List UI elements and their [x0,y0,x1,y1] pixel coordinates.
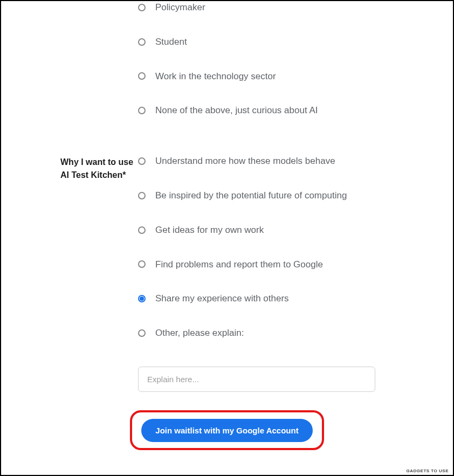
radio-option-policymaker[interactable]: Policymaker [138,1,431,14]
radio-label: Other, please explain: [155,327,244,340]
radio-label: Be inspired by the potential future of c… [155,189,347,202]
radio-icon [138,157,146,165]
radio-label: Find problems and report them to Google [155,258,323,271]
radio-option-understand-models[interactable]: Understand more how these models behave [138,155,431,168]
section-why-title: Why I want to use AI Test Kitchen* [60,156,136,182]
radio-icon [138,295,146,302]
radio-label: Student [155,36,187,49]
section-why-options: Understand more how these models behave … [136,155,431,392]
radio-label: Get ideas for my own work [155,224,264,237]
radio-option-tech-sector[interactable]: Work in the technology sector [138,70,431,83]
radio-icon [138,72,146,80]
radio-icon [138,329,146,337]
radio-icon [138,4,146,11]
join-waitlist-button[interactable]: Join waitlist with my Google Account [141,419,312,442]
radio-option-find-problems[interactable]: Find problems and report them to Google [138,258,431,271]
form-section-why: Why I want to use AI Test Kitchen* Under… [23,155,431,392]
radio-icon [138,107,146,114]
section-why-label-wrap: Why I want to use AI Test Kitchen* [23,155,136,392]
submit-area: Join waitlist with my Google Account [23,419,431,442]
radio-label: Share my experience with others [155,292,289,305]
radio-icon [138,192,146,199]
section-label-empty [23,1,136,139]
radio-option-get-ideas[interactable]: Get ideas for my own work [138,224,431,237]
form-section-role: Policymaker Student Work in the technolo… [23,1,431,139]
radio-icon [138,260,146,268]
radio-option-none-curious[interactable]: None of the above, just curious about AI [138,104,431,117]
radio-label: Policymaker [155,1,205,14]
radio-option-other[interactable]: Other, please explain: [138,327,431,340]
radio-label: Work in the technology sector [155,70,276,83]
radio-label: Understand more how these models behave [155,155,335,168]
radio-option-share-experience[interactable]: Share my experience with others [138,292,431,305]
section-role-options: Policymaker Student Work in the technolo… [136,1,431,139]
explain-input[interactable] [138,367,375,392]
waitlist-form: Policymaker Student Work in the technolo… [1,1,453,464]
radio-option-student[interactable]: Student [138,36,431,49]
radio-option-inspired-future[interactable]: Be inspired by the potential future of c… [138,189,431,202]
radio-icon [138,226,146,234]
radio-icon [138,38,146,46]
radio-label: None of the above, just curious about AI [155,104,318,117]
watermark: GADGETS TO USE [407,468,449,473]
